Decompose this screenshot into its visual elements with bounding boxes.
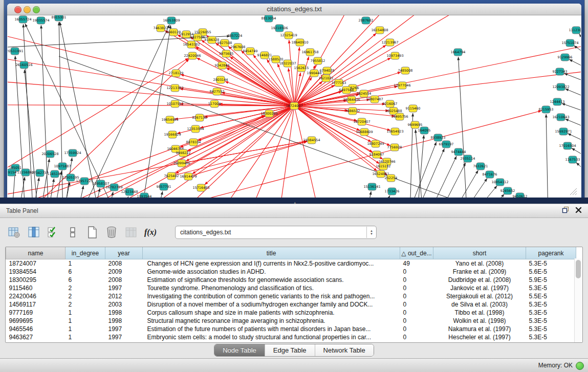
table-row[interactable]: 946362711997Embryonic stem cells: a mode…	[6, 333, 576, 341]
close-panel-icon[interactable]	[575, 207, 582, 213]
graph-node-1562615[interactable]: 1562615	[294, 64, 309, 72]
table-cell[interactable]: 1997	[105, 325, 143, 333]
graph-node-16914479[interactable]: 16914479	[180, 173, 197, 180]
graph-node-10975887[interactable]: 10975887	[54, 163, 71, 170]
graph-node-6794028[interactable]: 6794028	[320, 67, 335, 74]
table-cell[interactable]: 18724007	[6, 259, 66, 268]
table-settings-icon[interactable]	[7, 225, 21, 239]
table-cell[interactable]: 14569117	[6, 300, 66, 309]
table-cell[interactable]: Stergiakouli et al. (2012)	[433, 292, 526, 300]
black-edge[interactable]	[40, 159, 50, 198]
table-cell[interactable]: 2	[66, 292, 105, 300]
table-cell[interactable]: 1	[66, 325, 105, 333]
table-cell[interactable]: 0	[400, 292, 433, 300]
graph-node-1112304[interactable]: 1112304	[569, 27, 581, 34]
graph-node-1167533[interactable]: 1167533	[565, 156, 580, 163]
table-cell[interactable]: Tourette syndrome. Phenomenology and cla…	[143, 284, 400, 292]
graph-node-2887682[interactable]: 2887682	[359, 17, 374, 24]
graph-node-19654985[interactable]: 19654985	[161, 116, 178, 123]
graph-node-12213967[interactable]: 12213967	[381, 39, 398, 46]
graph-node-9184067[interactable]: 9184067	[369, 151, 384, 158]
graph-node-1664794[interactable]: 1664794	[451, 49, 466, 56]
table-row[interactable]: 946554611997Estimation of the future num…	[6, 325, 576, 333]
graph-node-9857791[interactable]: 9857791	[157, 183, 171, 190]
black-edge[interactable]	[60, 22, 100, 198]
graph-node-39154[interactable]: 39154	[8, 169, 16, 176]
graph-node-10807487[interactable]: 10807487	[366, 96, 383, 103]
graph-node-3975685[interactable]: 3975685	[219, 50, 234, 57]
black-edge[interactable]	[79, 25, 169, 198]
red-edge[interactable]	[294, 72, 581, 106]
table-cell[interactable]: Embryonic stem cells: a model to study s…	[143, 333, 400, 341]
table-cell[interactable]: 2003	[105, 300, 143, 309]
black-edge[interactable]	[461, 178, 487, 198]
graph-node-15136141[interactable]: 15136141	[363, 183, 380, 190]
tab-edge-table[interactable]: Edge Table	[265, 344, 315, 356]
table-cell[interactable]: 5.3E-5	[526, 333, 576, 341]
tab-network-table[interactable]: Network Table	[315, 344, 374, 356]
graph-node-8215953[interactable]: 8215953	[539, 106, 554, 113]
column-header-name[interactable]: name	[6, 247, 66, 259]
graph-node-164095[interactable]: 164095	[418, 127, 431, 134]
table-cell[interactable]: 9115460	[6, 284, 66, 292]
new-table-icon[interactable]	[85, 225, 99, 239]
column-header-year[interactable]: year	[105, 247, 143, 259]
graph-node-8813054[interactable]: 8813054	[262, 15, 276, 22]
graph-node-12977046[interactable]: 12977046	[394, 82, 410, 89]
table-cell[interactable]: 0	[400, 325, 433, 333]
table-cell[interactable]: 2008	[105, 276, 143, 284]
table-cell[interactable]: Wolkin et al. (1998)	[433, 317, 526, 325]
float-panel-icon[interactable]	[562, 206, 569, 213]
red-edge[interactable]	[205, 106, 294, 185]
black-edge[interactable]	[59, 22, 63, 198]
graph-node-15751074[interactable]: 15751074	[561, 39, 578, 47]
graph-node-19035574[interactable]: 19035574	[32, 17, 49, 24]
table-cell[interactable]: 2009	[105, 268, 143, 276]
graph-node-16053809[interactable]: 16053809	[163, 17, 180, 24]
table-cell[interactable]: Dudbridge et al. (2008)	[433, 276, 526, 284]
table-cell[interactable]: 1	[66, 309, 105, 317]
table-panel-header[interactable]: ▴ Table Panel	[0, 204, 588, 218]
graph-node-16055724[interactable]: 16055724	[14, 16, 31, 23]
table-cell[interactable]: 5.9E-5	[526, 276, 576, 284]
graph-node-15716485[interactable]: 15716485	[192, 184, 209, 191]
table-cell[interactable]: 1998	[105, 309, 143, 317]
graph-node-8938923[interactable]: 8938923	[431, 134, 446, 141]
table-cell[interactable]: Genome-wide association studies in ADHD.	[143, 268, 400, 276]
black-edge[interactable]	[546, 114, 548, 198]
table-cell[interactable]: 0	[400, 317, 433, 325]
red-edge[interactable]	[8, 58, 188, 169]
table-cell[interactable]: Changes of HCN gene expression and I(f) …	[143, 259, 400, 268]
resize-grip-icon[interactable]	[569, 187, 578, 196]
table-cell[interactable]: 1	[66, 259, 105, 268]
row-checks-icon[interactable]	[46, 225, 60, 239]
table-cell[interactable]: 5.3E-5	[526, 325, 576, 333]
graph-node-9245652[interactable]: 9245652	[500, 187, 515, 194]
graph-node-18640910[interactable]: 18640910	[291, 39, 308, 46]
table-cell[interactable]: 9463627	[6, 333, 66, 341]
graph-node-1244413[interactable]: 1244413	[550, 98, 565, 105]
table-cell[interactable]: 5.5E-5	[526, 292, 576, 300]
graph-node-19218506[interactable]: 19218506	[271, 25, 288, 32]
graph-node-3624554[interactable]: 3624554	[357, 90, 372, 97]
table-cell[interactable]: 6	[66, 276, 105, 284]
graph-node-17016504[interactable]: 17016504	[559, 142, 576, 149]
column-header-in_degree[interactable]: in_degree	[66, 247, 105, 259]
table-cell[interactable]: Disruption of a novel member of a sodium…	[143, 300, 400, 309]
graph-node-1733426[interactable]: 1733426	[385, 188, 400, 195]
table-cell[interactable]: 1	[66, 333, 105, 341]
graph-node-8471676[interactable]: 8471676	[483, 171, 497, 178]
red-edge[interactable]	[289, 40, 294, 106]
graph-node-20206528[interactable]: 20206528	[41, 150, 58, 158]
graph-node-8216067[interactable]: 8216067	[383, 100, 398, 107]
black-edge[interactable]	[141, 25, 171, 198]
graph-node-1145194[interactable]: 1145194	[48, 170, 62, 178]
graph-node-12353594[interactable]: 12353594	[187, 125, 204, 133]
black-edge[interactable]	[459, 57, 467, 198]
network-canvas[interactable]: 1872400718300295193845547463822866012859…	[8, 15, 581, 198]
red-edge[interactable]	[136, 111, 541, 198]
graph-node-10107552[interactable]: 10107552	[166, 100, 183, 107]
table-cell[interactable]: 5.3E-5	[526, 259, 576, 268]
table-cell[interactable]: Estimation of the future numbers of pati…	[143, 325, 400, 333]
table-cell[interactable]: Tibbo et al. (1998)	[433, 309, 526, 317]
